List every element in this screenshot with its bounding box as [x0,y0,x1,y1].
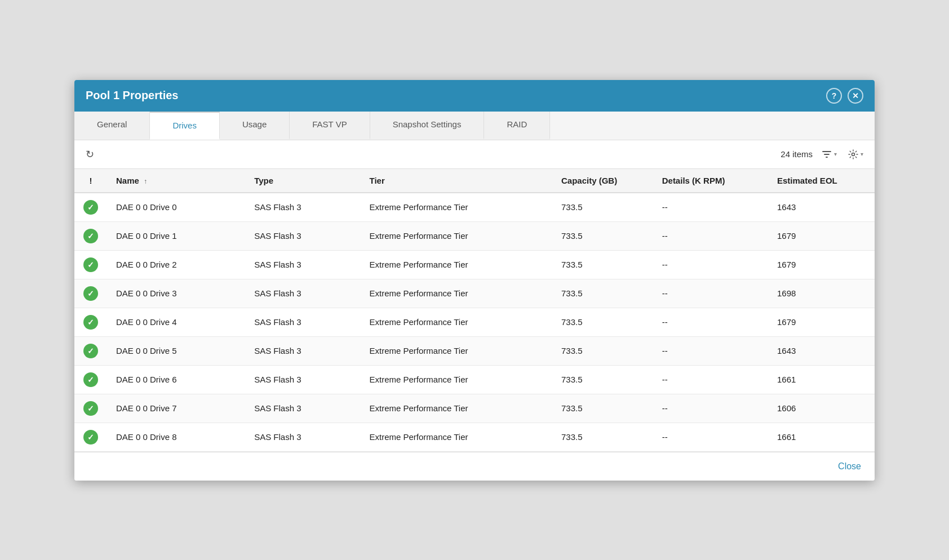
cell-name: DAE 0 0 Drive 4 [107,308,245,336]
filter-button[interactable]: ▾ [819,147,839,162]
cell-tier: Extreme Performance Tier [360,221,552,250]
table-row[interactable]: ✓ DAE 0 0 Drive 6 SAS Flash 3 Extreme Pe… [74,365,875,394]
pool-properties-dialog: Pool 1 Properties ? ✕ General Drives Usa… [74,80,875,481]
cell-type: SAS Flash 3 [245,221,360,250]
cell-capacity: 733.5 [552,221,653,250]
cell-eol: 1679 [768,250,875,279]
toolbar: ↻ 24 items ▾ ▾ [74,140,875,169]
status-ok-icon: ✓ [83,372,98,387]
cell-capacity: 733.5 [552,423,653,451]
tab-general[interactable]: General [74,112,150,140]
cell-eol: 1698 [768,279,875,308]
table-row[interactable]: ✓ DAE 0 0 Drive 5 SAS Flash 3 Extreme Pe… [74,336,875,365]
status-ok-icon: ✓ [83,286,98,301]
cell-tier: Extreme Performance Tier [360,336,552,365]
status-cell: ✓ [74,365,107,394]
dialog-header: Pool 1 Properties ? ✕ [74,80,875,112]
tab-usage[interactable]: Usage [220,112,290,140]
tabs-bar: General Drives Usage FAST VP Snapshot Se… [74,112,875,140]
cell-tier: Extreme Performance Tier [360,308,552,336]
dialog-footer: Close [74,452,875,481]
cell-type: SAS Flash 3 [245,250,360,279]
sort-arrow-name: ↑ [144,177,147,185]
header-actions: ? ✕ [826,88,863,104]
table-row[interactable]: ✓ DAE 0 0 Drive 7 SAS Flash 3 Extreme Pe… [74,394,875,423]
cell-details: -- [653,250,768,279]
toolbar-right: 24 items ▾ ▾ [781,147,866,162]
table-row[interactable]: ✓ DAE 0 0 Drive 3 SAS Flash 3 Extreme Pe… [74,279,875,308]
tab-raid[interactable]: RAID [484,112,550,140]
cell-details: -- [653,279,768,308]
cell-name: DAE 0 0 Drive 3 [107,279,245,308]
cell-name: DAE 0 0 Drive 8 [107,423,245,451]
table-header-row: ! Name ↑ Type Tier Capacity (GB) Details… [74,169,875,193]
status-cell: ✓ [74,221,107,250]
cell-details: -- [653,336,768,365]
cell-name: DAE 0 0 Drive 2 [107,250,245,279]
col-header-type: Type [245,169,360,193]
cell-eol: 1679 [768,221,875,250]
col-header-eol: Estimated EOL [768,169,875,193]
filter-dropdown-arrow: ▾ [834,151,837,157]
cell-name: DAE 0 0 Drive 7 [107,394,245,423]
status-cell: ✓ [74,336,107,365]
cell-eol: 1679 [768,308,875,336]
tab-drives[interactable]: Drives [150,112,220,140]
table-row[interactable]: ✓ DAE 0 0 Drive 2 SAS Flash 3 Extreme Pe… [74,250,875,279]
table-row[interactable]: ✓ DAE 0 0 Drive 1 SAS Flash 3 Extreme Pe… [74,221,875,250]
refresh-button[interactable]: ↻ [83,146,96,163]
status-ok-icon: ✓ [83,430,98,445]
status-cell: ✓ [74,423,107,451]
cell-tier: Extreme Performance Tier [360,423,552,451]
cell-name: DAE 0 0 Drive 6 [107,365,245,394]
drives-table-container[interactable]: ! Name ↑ Type Tier Capacity (GB) Details… [74,169,875,452]
cell-type: SAS Flash 3 [245,308,360,336]
table-row[interactable]: ✓ DAE 0 0 Drive 0 SAS Flash 3 Extreme Pe… [74,193,875,222]
cell-type: SAS Flash 3 [245,193,360,222]
help-button[interactable]: ? [826,88,842,104]
col-header-details: Details (K RPM) [653,169,768,193]
settings-button[interactable]: ▾ [846,147,866,162]
cell-details: -- [653,193,768,222]
cell-type: SAS Flash 3 [245,336,360,365]
toolbar-left: ↻ [83,146,96,163]
cell-capacity: 733.5 [552,308,653,336]
cell-capacity: 733.5 [552,336,653,365]
cell-capacity: 733.5 [552,365,653,394]
status-cell: ✓ [74,394,107,423]
cell-details: -- [653,221,768,250]
cell-tier: Extreme Performance Tier [360,279,552,308]
svg-point-0 [852,153,855,155]
col-header-tier: Tier [360,169,552,193]
col-header-name[interactable]: Name ↑ [107,169,245,193]
table-row[interactable]: ✓ DAE 0 0 Drive 8 SAS Flash 3 Extreme Pe… [74,423,875,451]
drives-table: ! Name ↑ Type Tier Capacity (GB) Details… [74,169,875,452]
status-cell: ✓ [74,193,107,222]
cell-type: SAS Flash 3 [245,423,360,451]
cell-capacity: 733.5 [552,279,653,308]
cell-name: DAE 0 0 Drive 5 [107,336,245,365]
cell-capacity: 733.5 [552,250,653,279]
dialog-title: Pool 1 Properties [86,89,179,102]
close-x-button[interactable]: ✕ [848,88,863,104]
cell-eol: 1606 [768,394,875,423]
cell-tier: Extreme Performance Tier [360,365,552,394]
tab-snapshot-settings[interactable]: Snapshot Settings [370,112,485,140]
status-ok-icon: ✓ [83,200,98,215]
status-cell: ✓ [74,250,107,279]
settings-dropdown-arrow: ▾ [861,151,863,157]
close-button[interactable]: Close [838,461,861,472]
status-ok-icon: ✓ [83,257,98,272]
cell-eol: 1643 [768,193,875,222]
tab-fast-vp[interactable]: FAST VP [290,112,370,140]
table-body: ✓ DAE 0 0 Drive 0 SAS Flash 3 Extreme Pe… [74,193,875,452]
gear-icon [848,149,858,159]
cell-name: DAE 0 0 Drive 1 [107,221,245,250]
cell-type: SAS Flash 3 [245,394,360,423]
status-ok-icon: ✓ [83,401,98,416]
table-row[interactable]: ✓ DAE 0 0 Drive 4 SAS Flash 3 Extreme Pe… [74,308,875,336]
cell-details: -- [653,365,768,394]
status-ok-icon: ✓ [83,315,98,330]
cell-tier: Extreme Performance Tier [360,394,552,423]
cell-eol: 1661 [768,423,875,451]
